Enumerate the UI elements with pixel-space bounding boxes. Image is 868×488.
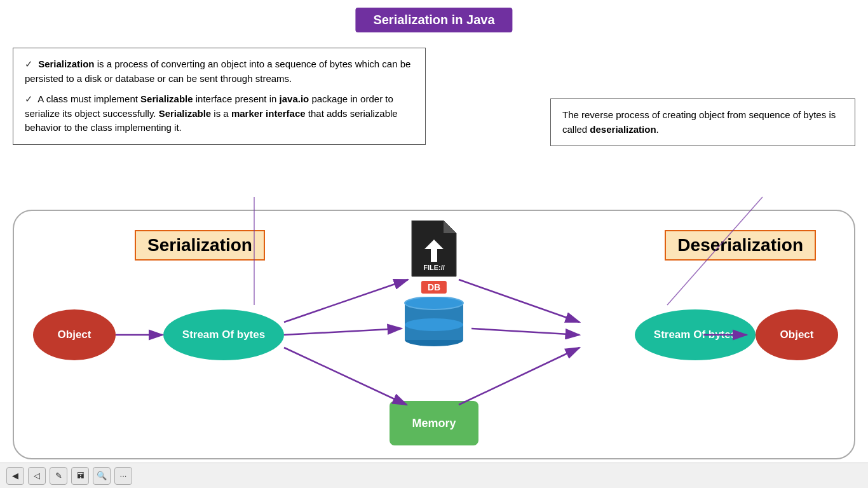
serialization-bold-1: Serialization [38, 58, 94, 69]
right-callout: The reverse process of creating object f… [550, 98, 855, 146]
point2-pre: A class must implement [37, 93, 140, 104]
svg-text:FILE://: FILE:// [423, 264, 445, 271]
svg-line-16 [459, 280, 580, 322]
svg-line-17 [471, 329, 580, 335]
svg-line-13 [284, 280, 408, 322]
object-right-node: Object [756, 309, 838, 360]
page-title: Serialization in Java [355, 8, 512, 32]
checkmark-1: ✓ [25, 58, 33, 69]
object-left-node: Object [33, 309, 116, 360]
marker-interface-bold: marker interface [231, 108, 306, 119]
left-textbox: ✓ Serialization is a process of converti… [13, 48, 426, 145]
checkmark-2: ✓ [25, 93, 33, 104]
back-button[interactable]: ◀ [6, 467, 24, 485]
deserialization-label: Deserialization [665, 230, 816, 261]
file-icon: FILE:// [409, 220, 459, 278]
more-button[interactable]: ··· [114, 467, 132, 485]
point2-mid: interface present in [193, 93, 280, 104]
prev-button[interactable]: ◁ [28, 467, 46, 485]
svg-line-14 [284, 329, 402, 335]
stream-right-node: Stream Of bytes [635, 309, 756, 360]
zoom-button[interactable]: 🔍 [93, 467, 111, 485]
serializable-bold: Serializable [140, 93, 193, 104]
edit-button[interactable]: ✎ [50, 467, 67, 485]
svg-line-15 [284, 348, 407, 405]
toolbar: ◀ ◁ ✎ 🖬 🔍 ··· [0, 463, 868, 488]
javaio-bold: java.io [280, 93, 309, 104]
svg-marker-3 [444, 220, 456, 233]
deserialization-bold: deserialization [590, 124, 656, 135]
stream-left-node: Stream Of bytes [163, 309, 284, 360]
db-badge: DB [421, 281, 447, 294]
svg-line-18 [459, 348, 580, 405]
memory-node: Memory [390, 401, 478, 445]
callout-text-end: . [656, 124, 659, 135]
svg-point-7 [405, 318, 463, 331]
serializable-bold-2: Serializable [159, 108, 212, 119]
point2-mid3: is a [211, 108, 231, 119]
serialization-label: Serialization [135, 230, 265, 261]
db-icon: DB [402, 290, 466, 348]
diagram-container: Serialization Deserialization FILE:// DB [13, 210, 855, 459]
save-button[interactable]: 🖬 [71, 467, 89, 485]
